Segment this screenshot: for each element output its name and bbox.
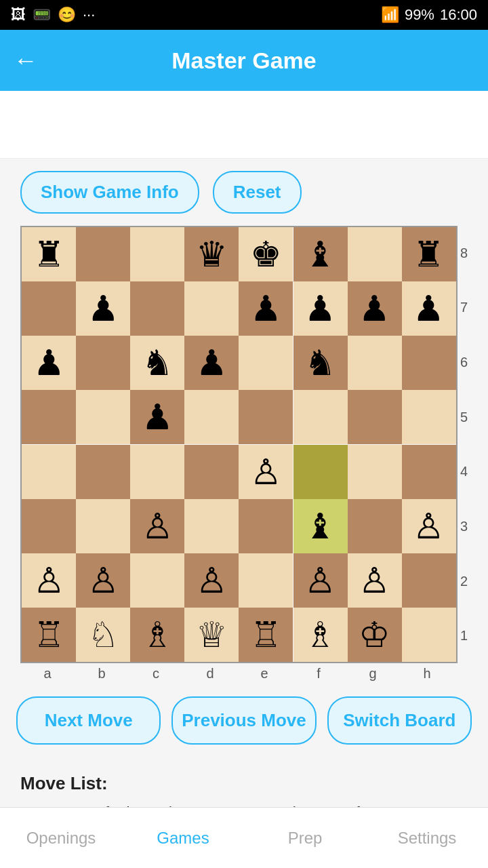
cell-g1[interactable]: ♔	[348, 608, 402, 662]
rank-4: 4	[460, 445, 468, 499]
nav-games[interactable]: Games	[122, 808, 244, 868]
piece-e1: ♖	[250, 617, 282, 652]
cell-g3[interactable]	[348, 499, 402, 553]
cell-h3[interactable]: ♙	[402, 499, 456, 553]
piece-h3: ♙	[413, 509, 445, 544]
cell-c6[interactable]: ♞	[130, 336, 184, 390]
file-labels: a b c d e f g h	[20, 663, 458, 682]
cell-c7[interactable]	[130, 281, 184, 336]
rank-5: 5	[460, 390, 468, 444]
cell-b8[interactable]	[76, 227, 130, 281]
cell-a8[interactable]: ♜	[22, 227, 76, 281]
cell-e8[interactable]: ♚	[239, 227, 293, 281]
cell-f1[interactable]: ♗	[293, 608, 348, 662]
cell-c2[interactable]	[130, 553, 184, 608]
cell-h1[interactable]	[402, 608, 456, 662]
piece-a2: ♙	[33, 563, 65, 598]
switch-board-button[interactable]: Switch Board	[327, 696, 472, 745]
cell-a2[interactable]: ♙	[22, 553, 76, 608]
cell-g6[interactable]	[348, 336, 402, 390]
rank-8: 8	[460, 226, 468, 280]
previous-move-button[interactable]: Previous Move	[171, 696, 316, 745]
rank-1: 1	[460, 609, 468, 663]
reset-button[interactable]: Reset	[213, 171, 302, 214]
cell-g4[interactable]	[348, 445, 402, 499]
nav-openings-label: Openings	[26, 829, 96, 848]
piece-d8: ♛	[196, 237, 228, 272]
cell-h7[interactable]: ♟	[402, 281, 456, 336]
emoji-icon: 😊	[58, 6, 76, 24]
cell-d3[interactable]	[184, 499, 239, 553]
cell-a7[interactable]	[22, 281, 76, 336]
chess-board[interactable]: ♜♛♚♝♜♟♟♟♟♟♟♞♟♞♟♙♙♝♙♙♙♙♙♙♖♘♗♕♖♗♔	[20, 226, 458, 663]
cell-a3[interactable]	[22, 499, 76, 553]
cell-d7[interactable]	[184, 281, 239, 336]
cell-d2[interactable]: ♙	[184, 553, 239, 608]
cell-d6[interactable]: ♟	[184, 336, 239, 390]
cell-a6[interactable]: ♟	[22, 336, 76, 390]
file-d: d	[183, 663, 237, 682]
cell-g5[interactable]	[348, 390, 402, 444]
cell-g8[interactable]	[348, 227, 402, 281]
cell-h6[interactable]	[402, 336, 456, 390]
cell-d5[interactable]	[184, 390, 239, 444]
cell-e5[interactable]	[239, 390, 293, 444]
cell-e2[interactable]	[239, 553, 293, 608]
piece-e7: ♟	[250, 291, 282, 326]
nav-settings[interactable]: Settings	[366, 808, 488, 868]
cell-c4[interactable]	[130, 445, 184, 499]
cell-c5[interactable]: ♟	[130, 390, 184, 444]
piece-b7: ♟	[87, 291, 119, 326]
cell-g2[interactable]: ♙	[348, 553, 402, 608]
piece-c1: ♗	[142, 617, 174, 652]
status-bar: 🖼 📟 😊 ··· 📶 99% 16:00	[0, 0, 488, 30]
cell-b6[interactable]	[76, 336, 130, 390]
piece-f3: ♝	[304, 509, 336, 544]
next-move-button[interactable]: Next Move	[16, 696, 161, 745]
cell-e1[interactable]: ♖	[239, 608, 293, 662]
cell-d1[interactable]: ♕	[184, 608, 239, 662]
cell-a1[interactable]: ♖	[22, 608, 76, 662]
cell-g7[interactable]: ♟	[348, 281, 402, 336]
cell-b4[interactable]	[76, 445, 130, 499]
cell-c8[interactable]	[130, 227, 184, 281]
cell-c1[interactable]: ♗	[130, 608, 184, 662]
nav-openings[interactable]: Openings	[0, 808, 122, 868]
cell-d8[interactable]: ♛	[184, 227, 239, 281]
cell-c3[interactable]: ♙	[130, 499, 184, 553]
cell-f5[interactable]	[293, 390, 348, 444]
cell-h5[interactable]	[402, 390, 456, 444]
piece-d6: ♟	[196, 345, 228, 380]
cell-f3[interactable]: ♝	[293, 499, 348, 553]
piece-e4: ♙	[250, 454, 282, 490]
cell-b3[interactable]	[76, 499, 130, 553]
file-e: e	[237, 663, 291, 682]
cell-b7[interactable]: ♟	[76, 281, 130, 336]
cell-b5[interactable]	[76, 390, 130, 444]
cell-h4[interactable]	[402, 445, 456, 499]
cell-h8[interactable]: ♜	[402, 227, 456, 281]
cell-f7[interactable]: ♟	[293, 281, 348, 336]
piece-f1: ♗	[304, 617, 336, 652]
cell-h2[interactable]	[402, 553, 456, 608]
move-list-title: Move List:	[20, 773, 468, 794]
file-b: b	[75, 663, 129, 682]
cell-e3[interactable]	[239, 499, 293, 553]
cell-f2[interactable]: ♙	[293, 553, 348, 608]
show-game-info-button[interactable]: Show Game Info	[20, 171, 199, 214]
cell-f6[interactable]: ♞	[293, 336, 348, 390]
cell-d4[interactable]	[184, 445, 239, 499]
cell-f4[interactable]	[293, 445, 348, 499]
cell-a4[interactable]	[22, 445, 76, 499]
nav-prep[interactable]: Prep	[244, 808, 366, 868]
cell-b2[interactable]: ♙	[76, 553, 130, 608]
cell-f8[interactable]: ♝	[293, 227, 348, 281]
cell-b1[interactable]: ♘	[76, 608, 130, 662]
cell-a5[interactable]	[22, 390, 76, 444]
back-button[interactable]: ←	[14, 46, 38, 75]
cell-e7[interactable]: ♟	[239, 281, 293, 336]
cell-e4[interactable]: ♙	[239, 445, 293, 499]
header: ← Master Game	[0, 30, 488, 91]
cell-e6[interactable]	[239, 336, 293, 390]
piece-f6: ♞	[304, 345, 336, 380]
